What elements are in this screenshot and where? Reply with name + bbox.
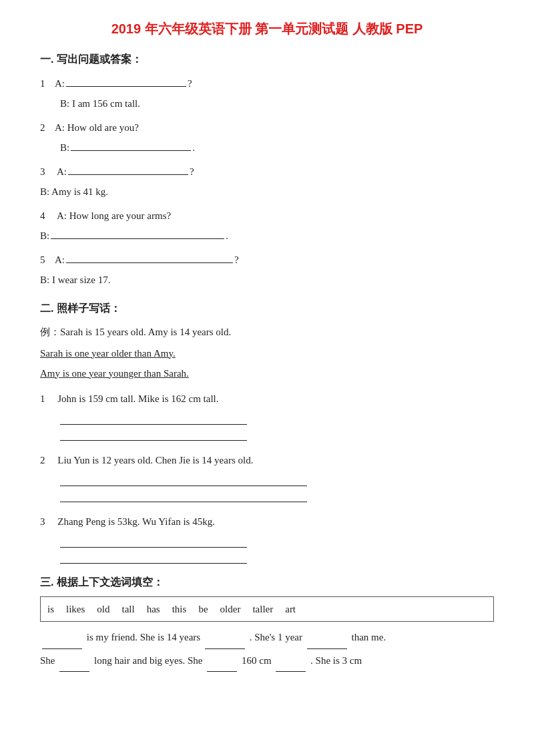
q4-b-suffix: .	[226, 226, 228, 246]
q5-num: 5	[40, 250, 52, 270]
writing-q2-line1	[60, 473, 307, 486]
word-be: be	[198, 600, 208, 619]
page-wrapper: 2019 年六年级英语下册 第一单元测试题 人教版 PEP 一. 写出问题或答案…	[40, 20, 494, 672]
writing-q3-line2	[60, 550, 247, 564]
q2-b-blank	[71, 139, 191, 151]
question-5: 5 A: ? B: I wear size 17.	[40, 250, 494, 290]
writing-q3-line1	[60, 534, 247, 548]
writing-q1-text: John is 159 cm tall. Mike is 162 cm tall…	[57, 393, 218, 404]
q4-num: 4	[40, 206, 52, 226]
q4-b-label: B:	[40, 226, 49, 246]
q5-b-text: B: I wear size 17.	[40, 270, 110, 290]
para-text-2: . She's 1 year	[250, 632, 305, 642]
section2-title: 二. 照样子写话：	[40, 302, 494, 316]
question-3: 3 A: ? B: Amy is 41 kg.	[40, 162, 494, 202]
q5-a-suffix: ?	[234, 250, 239, 270]
q2-b-label: B:	[60, 138, 69, 158]
q2-num: 2	[40, 118, 52, 138]
section2: 二. 照样子写话： 例：Sarah is 15 years old. Amy i…	[40, 302, 494, 564]
para2-text-3: . She is 3 cm	[310, 655, 362, 666]
para2-text-1: long hair and big eyes. She	[94, 655, 205, 666]
section2-example-label: 例：Sarah is 15 years old. Amy is 14 years…	[40, 323, 494, 342]
fill-blank-1	[42, 637, 82, 649]
question-4: 4 A: How long are your arms? B: .	[40, 206, 494, 246]
writing-q1: 1 John is 159 cm tall. Mike is 162 cm ta…	[40, 389, 494, 441]
word-this: this	[172, 600, 187, 619]
fill-blank-4	[59, 660, 89, 672]
q3-a-blank	[68, 163, 188, 175]
q1-num: 1	[40, 73, 52, 93]
q2-b-suffix: .	[192, 138, 195, 158]
q3-a-label: A:	[55, 162, 67, 182]
fill-blank-3	[307, 637, 347, 649]
word-has: has	[147, 600, 160, 619]
writing-q1-line2	[60, 427, 247, 441]
word-art: art	[285, 600, 296, 619]
para-text-1: is my friend. She is 14 years	[87, 632, 203, 642]
fill-blank-2	[205, 637, 245, 649]
word-older: older	[220, 600, 241, 619]
q4-a-text: A: How long are your arms?	[55, 206, 171, 226]
fill-blank-5	[207, 660, 237, 672]
writing-q3-num: 3	[40, 516, 45, 527]
q1-a-suffix: ?	[188, 73, 192, 93]
main-title: 2019 年六年级英语下册 第一单元测试题 人教版 PEP	[40, 20, 494, 38]
section3: 三. 根据上下文选词填空： is likes old tall has this…	[40, 576, 494, 673]
writing-q2-line2	[60, 489, 307, 502]
writing-q2-num: 2	[40, 455, 45, 465]
section1-title: 一. 写出问题或答案：	[40, 53, 494, 67]
section1: 一. 写出问题或答案： 1 A: ? B: I am 156 cm tall. …	[40, 53, 494, 290]
q3-num: 3	[40, 162, 52, 182]
word-tall: tall	[122, 600, 135, 619]
section2-example-line1: Sarah is one year older than Amy.	[40, 343, 494, 363]
q1-a-blank	[66, 75, 186, 87]
writing-q2: 2 Liu Yun is 12 years old. Chen Jie is 1…	[40, 450, 494, 502]
writing-q3-text: Zhang Peng is 53kg. Wu Yifan is 45kg.	[57, 516, 215, 527]
word-taller: taller	[252, 600, 273, 619]
q1-a-label: A:	[55, 73, 65, 93]
writing-q1-line1	[60, 411, 247, 425]
word-likes: likes	[66, 600, 85, 619]
q5-a-blank	[66, 251, 233, 263]
writing-q3: 3 Zhang Peng is 53kg. Wu Yifan is 45kg.	[40, 512, 494, 564]
q3-a-suffix: ?	[190, 162, 194, 182]
word-old: old	[97, 600, 109, 619]
section3-paragraph: is my friend. She is 14 years . She's 1 …	[40, 626, 494, 649]
q1-b-text: B: I am 156 cm tall.	[60, 93, 140, 114]
section3-title: 三. 根据上下文选词填空：	[40, 576, 494, 590]
para2-she: She	[40, 655, 57, 666]
q4-b-blank	[51, 227, 224, 239]
q3-b-text: B: Amy is 41 kg.	[40, 182, 108, 202]
writing-q1-num: 1	[40, 393, 45, 404]
word-is: is	[47, 600, 54, 619]
fill-blank-6	[276, 660, 306, 672]
question-2: 2 A: How old are you? B: .	[40, 118, 494, 158]
section2-example-line2: Amy is one year younger than Sarah.	[40, 363, 494, 383]
section3-paragraph2: She long hair and big eyes. She 160 cm .…	[40, 649, 494, 673]
word-box: is likes old tall has this be older tall…	[40, 596, 494, 622]
para-text-3: than me.	[352, 632, 386, 642]
q5-a-label: A:	[55, 250, 65, 270]
para2-text-2: 160 cm	[242, 655, 274, 666]
question-1: 1 A: ? B: I am 156 cm tall.	[40, 73, 494, 114]
writing-q2-text: Liu Yun is 12 years old. Chen Jie is 14 …	[57, 455, 253, 465]
q2-a-text: A: How old are you?	[55, 118, 139, 138]
